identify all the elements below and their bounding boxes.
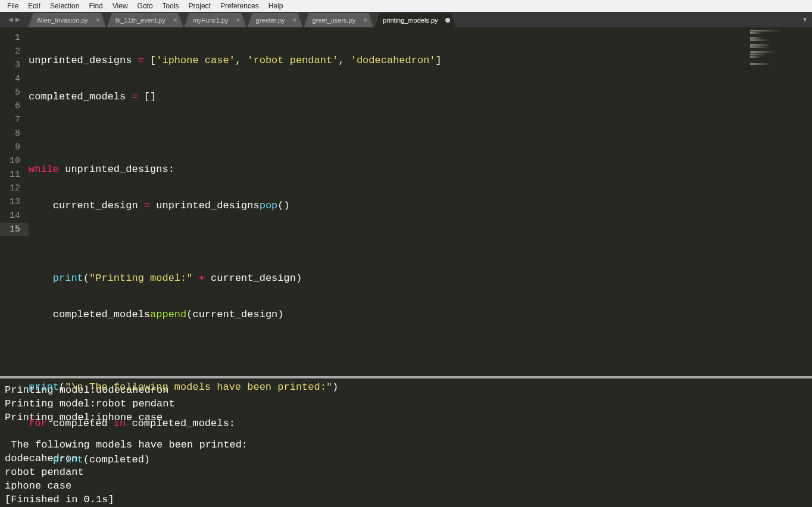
tab-tk-11th-event[interactable]: tk_11th_event.py ×: [107, 13, 183, 27]
tab-bar: Alien_Invasion.py × tk_11th_event.py × m…: [29, 12, 798, 27]
line-number: 2: [0, 45, 29, 58]
menu-selection[interactable]: Selection: [45, 0, 84, 12]
menu-edit[interactable]: Edit: [23, 0, 45, 12]
menu-goto[interactable]: Goto: [133, 0, 158, 12]
close-icon[interactable]: ×: [96, 17, 100, 24]
menu-help[interactable]: Help: [264, 0, 288, 12]
line-number: 15: [0, 223, 29, 236]
close-icon[interactable]: ×: [363, 17, 367, 24]
line-number: 9: [0, 140, 29, 154]
close-icon[interactable]: ×: [173, 17, 177, 24]
gutter: 123456789101112131415: [0, 27, 29, 376]
tab-label: tk_11th_event.py: [115, 17, 165, 24]
tab-label: myFunc1.py: [193, 17, 229, 24]
line-number: 7: [0, 113, 29, 127]
close-icon[interactable]: ×: [292, 17, 296, 24]
tab-label: Alien_Invasion.py: [37, 17, 88, 24]
tab-greet-users[interactable]: greet_users.py ×: [304, 13, 374, 27]
tab-label: greeter.py: [256, 17, 285, 24]
line-number: 11: [0, 168, 29, 181]
menu-tools[interactable]: Tools: [158, 0, 184, 12]
menu-view[interactable]: View: [108, 0, 133, 12]
menu-file[interactable]: File: [2, 0, 23, 12]
line-number: 10: [0, 154, 29, 168]
menu-find[interactable]: Find: [84, 0, 107, 12]
nav-forward-icon[interactable]: ►: [15, 15, 20, 24]
tab-printing-models[interactable]: printing_models.py: [374, 13, 455, 27]
nav-back-icon[interactable]: ◄: [8, 15, 13, 24]
tab-alien-invasion[interactable]: Alien_Invasion.py ×: [29, 13, 106, 27]
tab-label: printing_models.py: [383, 17, 438, 24]
code-editor[interactable]: unprinted_designs = ['iphone case', 'rob…: [29, 27, 812, 376]
line-number: 4: [0, 72, 29, 86]
line-number: 1: [0, 31, 29, 45]
tab-label: greet_users.py: [313, 17, 356, 24]
editor-area: 123456789101112131415 unprinted_designs …: [0, 27, 812, 376]
line-number: 12: [0, 181, 29, 195]
line-number: 3: [0, 58, 29, 72]
line-number: 5: [0, 86, 29, 99]
dirty-indicator-icon[interactable]: [445, 18, 450, 23]
line-number: 6: [0, 99, 29, 113]
line-number: 8: [0, 127, 29, 140]
menu-bar: File Edit Selection Find View Goto Tools…: [0, 0, 812, 12]
menu-preferences[interactable]: Preferences: [216, 0, 264, 12]
tab-row: ◄ ► Alien_Invasion.py × tk_11th_event.py…: [0, 12, 812, 27]
line-number: 13: [0, 195, 29, 209]
tab-greeter[interactable]: greeter.py ×: [248, 13, 303, 27]
line-number: 14: [0, 209, 29, 223]
menu-project[interactable]: Project: [184, 0, 216, 12]
close-icon[interactable]: ×: [236, 17, 241, 24]
nav-arrows: ◄ ►: [0, 15, 29, 24]
tab-myfunc1[interactable]: myFunc1.py ×: [185, 13, 246, 27]
tab-overflow-icon[interactable]: ▼: [798, 17, 812, 23]
minimap[interactable]: [750, 30, 810, 65]
